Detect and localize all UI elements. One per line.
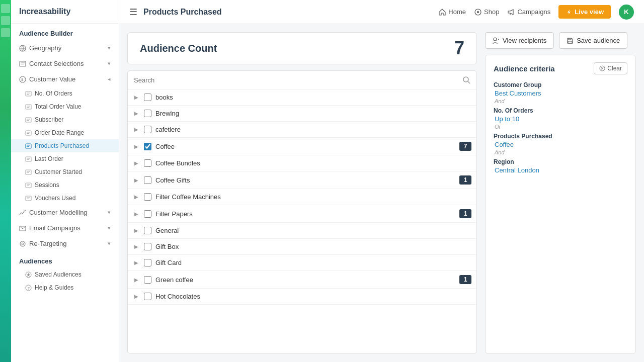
- expand-button[interactable]: ▶: [133, 210, 140, 217]
- sub-item-label: Products Purchased: [35, 142, 89, 149]
- expand-button[interactable]: ▶: [133, 176, 140, 184]
- audience-builder-title: Audience Builder: [11, 24, 119, 40]
- sidebar-sub-item-customer-started[interactable]: Customer Started: [11, 165, 119, 178]
- sidebar-sub-item-no.-of-orders[interactable]: No. Of Orders: [11, 87, 119, 100]
- svg-rect-18: [26, 144, 31, 148]
- expand-button[interactable]: ▶: [133, 194, 140, 201]
- product-checkbox[interactable]: [144, 259, 151, 266]
- svg-rect-12: [26, 118, 31, 122]
- expand-button[interactable]: ▶: [133, 243, 140, 250]
- expand-button[interactable]: ▶: [133, 143, 140, 150]
- product-name: Coffee: [155, 143, 455, 150]
- sidebar-item-customer-modelling[interactable]: Customer Modelling ▾: [11, 205, 119, 220]
- sub-item-icon: [25, 182, 32, 189]
- product-checkbox[interactable]: [144, 176, 151, 184]
- criteria-group-value: Best Customers: [494, 89, 627, 97]
- sidebar-sub-item-last-order[interactable]: Last Order: [11, 152, 119, 165]
- action-buttons: View recipients Save audience: [485, 32, 636, 49]
- home-link[interactable]: Home: [438, 8, 466, 16]
- sidebar-item-saved-audiences[interactable]: Saved Audiences: [11, 268, 119, 281]
- expand-button[interactable]: ▶: [133, 110, 140, 117]
- modelling-icon: [19, 209, 26, 216]
- chevron-left-icon: ◂: [108, 76, 111, 82]
- sidebar-sub-item-total-order-value[interactable]: Total Order Value: [11, 100, 119, 113]
- sidebar-item-email-campaigns[interactable]: Email Campaigns ▾: [11, 220, 119, 236]
- expand-button[interactable]: ▶: [133, 259, 140, 266]
- product-checkbox[interactable]: [144, 243, 151, 250]
- criteria-group-value: Central London: [494, 166, 627, 174]
- audience-count-value: 7: [454, 38, 464, 59]
- sub-item-icon: [25, 156, 32, 162]
- page-title: Products Purchased: [143, 8, 432, 17]
- save-audience-button[interactable]: Save audience: [559, 32, 627, 49]
- table-row: ▶Gift Card: [128, 255, 476, 271]
- table-row: ▶Gift Box: [128, 239, 476, 255]
- avatar[interactable]: K: [619, 5, 634, 20]
- expand-button[interactable]: ▶: [133, 94, 140, 101]
- clear-button[interactable]: Clear: [594, 62, 627, 74]
- sidebar-sub-item-products-purchased[interactable]: Products Purchased: [11, 139, 119, 152]
- product-name: cafetiere: [155, 126, 471, 133]
- table-row: ▶Filter Coffee Machines: [128, 189, 476, 205]
- product-checkbox[interactable]: [144, 210, 151, 218]
- live-view-button[interactable]: Live view: [558, 5, 611, 19]
- menu-icon[interactable]: ☰: [129, 7, 137, 18]
- star-icon: [25, 272, 32, 278]
- expand-button[interactable]: ▶: [133, 160, 140, 167]
- product-checkbox[interactable]: [144, 110, 151, 117]
- view-recipients-button[interactable]: View recipients: [485, 32, 554, 49]
- criteria-group: No. Of OrdersUp to 10Or: [494, 107, 627, 130]
- table-row: ▶Filter Papers1: [128, 205, 476, 223]
- chevron-down-icon: ▾: [108, 60, 111, 67]
- sub-item-icon: [25, 169, 32, 175]
- saved-audiences-label: Saved Audiences: [35, 271, 82, 278]
- product-checkbox[interactable]: [144, 143, 151, 150]
- app-icon-bar: [0, 0, 11, 362]
- product-checkbox[interactable]: [144, 193, 151, 201]
- sidebar-sub-item-subscriber[interactable]: Subscriber: [11, 113, 119, 126]
- table-row: ▶cafetiere: [128, 122, 476, 138]
- shop-link[interactable]: Shop: [474, 8, 499, 16]
- table-row: ▶Coffee Gifts1: [128, 171, 476, 189]
- product-checkbox[interactable]: [144, 126, 151, 133]
- expand-button[interactable]: ▶: [133, 126, 140, 133]
- campaigns-link[interactable]: Campaigns: [507, 8, 550, 16]
- sidebar-item-re-targeting[interactable]: Re-Targeting ▾: [11, 236, 119, 251]
- sidebar-item-contact-selections[interactable]: Contact Selections ▾: [11, 56, 119, 71]
- contact-icon: [19, 60, 26, 67]
- icon-bar-item: [1, 16, 10, 25]
- product-list-card: ▶books▶Brewing▶cafetiere▶Coffee7▶Coffee …: [127, 70, 477, 354]
- svg-marker-37: [27, 273, 31, 277]
- audience-count-label: Audience Count: [140, 43, 454, 54]
- svg-point-35: [22, 243, 24, 245]
- criteria-title: Audience criteria: [494, 64, 555, 73]
- shop-label: Shop: [484, 8, 499, 16]
- content-area: Audience Count 7 ▶books▶Brewing▶cafetier…: [119, 24, 644, 362]
- sidebar-sub-item-sessions[interactable]: Sessions: [11, 178, 119, 192]
- product-checkbox[interactable]: [144, 276, 151, 284]
- expand-button[interactable]: ▶: [133, 293, 140, 300]
- criteria-groups: Customer GroupBest CustomersAndNo. Of Or…: [494, 81, 627, 174]
- email-campaigns-label: Email Campaigns: [29, 224, 80, 232]
- product-checkbox[interactable]: [144, 159, 151, 167]
- sidebar-item-help-guides[interactable]: ? Help & Guides: [11, 281, 119, 294]
- svg-text:?: ?: [28, 286, 30, 290]
- product-checkbox[interactable]: [144, 227, 151, 234]
- expand-button[interactable]: ▶: [133, 227, 140, 234]
- sidebar-item-customer-value[interactable]: $ Customer Value ◂: [11, 71, 119, 87]
- product-checkbox[interactable]: [144, 293, 151, 300]
- help-icon: ?: [25, 285, 32, 291]
- sidebar-sub-item-order-date-range[interactable]: Order Date Range: [11, 126, 119, 139]
- svg-rect-15: [26, 131, 31, 135]
- product-count-badge: 1: [459, 209, 471, 218]
- search-input[interactable]: [134, 76, 458, 84]
- sidebar-item-geography[interactable]: Geography ▾: [11, 40, 119, 56]
- expand-button[interactable]: ▶: [133, 276, 140, 283]
- criteria-connector: And: [494, 149, 627, 155]
- sidebar-sub-item-vouchers-used[interactable]: Vouchers Used: [11, 192, 119, 205]
- sub-item-label: Customer Started: [35, 168, 82, 175]
- svg-point-46: [494, 38, 497, 41]
- svg-rect-24: [26, 170, 31, 174]
- product-name: books: [155, 94, 471, 101]
- product-checkbox[interactable]: [144, 94, 151, 101]
